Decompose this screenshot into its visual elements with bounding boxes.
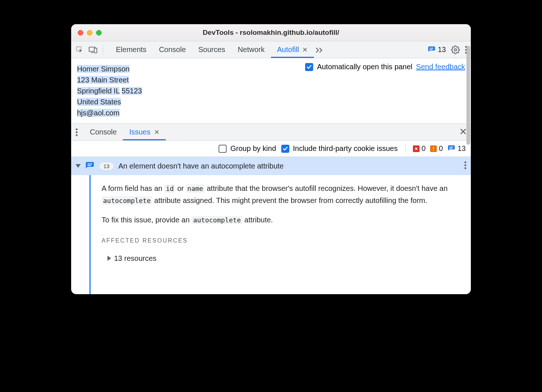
tab-autofill-label: Autofill: [277, 45, 299, 54]
email: hjs@aol.com: [77, 109, 120, 117]
error-count[interactable]: 0: [413, 144, 426, 153]
auto-open-checkbox[interactable]: [305, 63, 313, 71]
scrollbar-thumb[interactable]: [466, 46, 470, 145]
minimize-window-button[interactable]: [87, 30, 92, 36]
gear-icon[interactable]: [451, 45, 460, 54]
tab-console[interactable]: Console: [153, 41, 192, 58]
drawer-header: Console Issues ✕: [71, 124, 471, 141]
chevron-right-icon: [107, 256, 111, 261]
svg-rect-3: [94, 48, 97, 53]
issue-title: An element doesn't have an autocomplete …: [118, 162, 284, 170]
divider: [405, 144, 406, 153]
affected-resources-heading: AFFECTED RESOURCES: [102, 235, 460, 247]
tab-network[interactable]: Network: [231, 41, 271, 58]
drawer-tab-issues[interactable]: Issues ✕: [123, 124, 166, 140]
titlebar: DevTools - rsolomakhin.github.io/autofil…: [71, 24, 471, 41]
svg-rect-15: [449, 147, 453, 147]
issues-counter[interactable]: 13: [428, 45, 446, 54]
drawer-kebab-icon[interactable]: [76, 128, 78, 136]
issue-row[interactable]: 13 An element doesn't have an autocomple…: [71, 157, 471, 175]
svg-rect-13: [433, 147, 434, 149]
country: United States: [77, 98, 121, 106]
tab-elements[interactable]: Elements: [110, 41, 153, 58]
drawer-tab-console[interactable]: Console: [84, 124, 123, 140]
svg-point-6: [454, 49, 457, 51]
include-third-party-label: Include third-party cookie issues: [293, 144, 398, 153]
more-tabs-icon[interactable]: [315, 47, 324, 53]
message-icon: [447, 145, 455, 153]
info-count[interactable]: 13: [447, 144, 466, 153]
tab-autofill[interactable]: Autofill ✕: [271, 41, 314, 58]
window-controls: [78, 30, 102, 36]
issue-paragraph-1: A form field has an id or name attribute…: [102, 182, 460, 207]
svg-point-12: [76, 134, 78, 136]
resources-toggle[interactable]: 13 resources: [107, 252, 460, 264]
error-badge-icon: [413, 145, 420, 152]
resources-label: 13 resources: [114, 252, 157, 264]
issue-counts: 0 0 13: [413, 144, 466, 153]
device-toolbar-icon[interactable]: [89, 46, 98, 53]
issues-count: 13: [438, 45, 446, 54]
svg-point-19: [465, 161, 466, 163]
issues-filter-row: Group by kind Include third-party cookie…: [71, 141, 471, 157]
svg-rect-18: [88, 165, 91, 166]
warning-count[interactable]: 0: [430, 144, 443, 153]
group-by-kind-label: Group by kind: [230, 144, 276, 153]
close-icon[interactable]: ✕: [154, 128, 160, 136]
issue-body-container: A form field has an id or name attribute…: [71, 175, 471, 294]
autofill-preview-address: Homer Simpson 123 Main Street Springfiel…: [77, 63, 142, 118]
svg-rect-5: [429, 49, 432, 50]
svg-rect-4: [429, 48, 433, 48]
address-line-1: 123 Main Street: [77, 76, 129, 84]
panel-tabs: Elements Console Sources Network Autofil…: [110, 41, 324, 58]
zip: 55123: [122, 87, 142, 95]
include-third-party-checkbox[interactable]: [281, 145, 289, 153]
issue-count-pill: 13: [99, 162, 114, 170]
drawer-tab-issues-label: Issues: [129, 128, 150, 136]
warning-badge-icon: [430, 145, 437, 152]
window-title: DevTools - rsolomakhin.github.io/autofil…: [71, 29, 471, 37]
issue-body: A form field has an id or name attribute…: [91, 175, 471, 294]
svg-point-21: [465, 167, 466, 169]
svg-point-10: [76, 128, 78, 130]
close-icon[interactable]: ✕: [302, 46, 308, 54]
auto-open-label: Automatically open this panel: [317, 63, 412, 71]
expand-toggle-icon[interactable]: [76, 164, 81, 168]
maximize-window-button[interactable]: [96, 30, 102, 36]
svg-point-20: [465, 164, 466, 166]
message-icon: [85, 161, 95, 171]
drawer-close-icon[interactable]: [460, 128, 466, 136]
main-toolbar: Elements Console Sources Network Autofil…: [71, 41, 471, 58]
issue-menu-icon[interactable]: [464, 161, 466, 171]
autofill-panel: Homer Simpson 123 Main Street Springfiel…: [71, 58, 471, 124]
contact-name: Homer Simpson: [77, 65, 129, 73]
close-window-button[interactable]: [78, 30, 83, 36]
group-by-kind-checkbox[interactable]: [219, 145, 227, 153]
svg-point-11: [76, 131, 78, 133]
inspect-element-icon[interactable]: [76, 46, 84, 54]
issue-paragraph-2: To fix this issue, provide an autocomple…: [102, 214, 460, 226]
city-state: Springfield IL: [77, 87, 120, 95]
svg-rect-17: [88, 164, 92, 164]
svg-rect-14: [433, 150, 434, 151]
tab-sources[interactable]: Sources: [192, 41, 231, 58]
devtools-window: DevTools - rsolomakhin.github.io/autofil…: [71, 24, 471, 294]
send-feedback-link[interactable]: Send feedback: [416, 63, 465, 71]
svg-rect-16: [449, 148, 452, 149]
